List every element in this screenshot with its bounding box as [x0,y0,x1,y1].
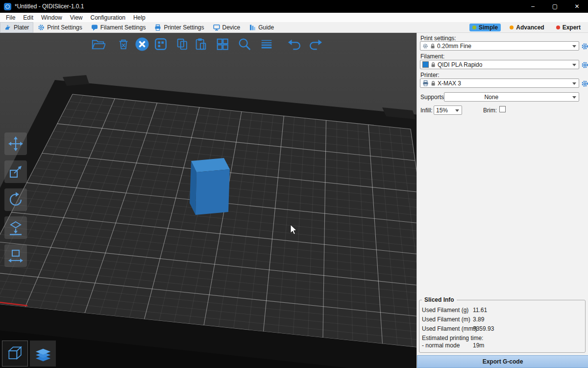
tabbar: Plater Print Settings Filament Settings … [0,22,588,33]
chevron-down-icon [572,82,576,87]
lock-icon [431,62,436,68]
menu-view[interactable]: View [66,13,87,22]
model-cube[interactable] [190,158,230,215]
printer-value: X-MAX 3 [438,80,461,87]
menu-file[interactable]: File [2,13,19,22]
printer-gear-button[interactable] [581,79,588,87]
export-gcode-button[interactable]: Export G-code [417,355,588,368]
chevron-down-icon [572,96,576,101]
tab-device[interactable]: Device [209,22,245,33]
mode-advanced[interactable]: Advanced [507,24,547,31]
infill-select[interactable]: 15% [434,105,462,115]
printer-label: Printer: [420,72,440,79]
printer-select[interactable]: X-MAX 3 [420,79,579,88]
arrange-icon [153,37,168,52]
menu-help[interactable]: Help [129,13,149,22]
tab-guide[interactable]: Guide [245,22,278,33]
maximize-button[interactable]: ▢ [544,0,566,13]
simple-mode-dot-icon [472,26,476,29]
sliced-info-row: - normal mode 19m [417,342,588,350]
used-filament-m-value: 3.89 [473,316,484,323]
scale-icon [8,164,24,180]
print-settings-select[interactable]: 0.20mm Fine [420,41,579,51]
rotate-icon [8,192,24,208]
window-title: *Untitled - QIDISlicer-1.0.1 [15,3,84,10]
preview-view-button[interactable] [30,341,56,367]
undo-icon [288,37,302,52]
paste-icon [194,37,208,52]
gear-icon [581,61,588,69]
app-logo-icon [4,3,11,10]
print-settings-gear-button[interactable] [581,42,588,50]
normal-mode-value: 19m [473,342,484,349]
infill-label: Infill: [420,107,433,114]
place-on-face-icon [8,220,24,236]
minimize-button[interactable]: – [522,0,544,13]
scale-tool-button[interactable] [4,160,27,183]
supports-value: None [484,94,498,101]
mode-simple[interactable]: Simple [469,24,501,31]
supports-select[interactable]: None [444,92,579,102]
tab-guide-label: Guide [258,24,274,31]
arrange-button[interactable] [152,36,169,53]
advanced-mode-dot-icon [510,26,514,29]
lock-icon [430,43,435,49]
viewport-3d[interactable] [0,33,416,368]
search-button[interactable] [236,36,253,53]
tab-printer-settings[interactable]: Printer Settings [150,22,208,33]
filament-gear-button[interactable] [581,61,588,69]
preview-layers-view-icon [32,343,54,365]
filament-settings-icon [91,24,98,31]
copy-button[interactable] [174,36,191,53]
menu-window[interactable]: Window [37,13,66,22]
infill-value: 15% [436,107,448,114]
sidebar: Print settings: 0.20mm Fine Filament: [416,33,588,368]
open-icon [91,37,105,52]
rotate-tool-button[interactable] [4,188,27,211]
used-filament-m-label: Used Filament (m) [422,316,470,323]
move-tool-button[interactable] [4,132,27,155]
delete-all-button[interactable] [134,36,150,53]
measure-icon [8,248,24,263]
editor-view-button[interactable] [2,341,28,367]
tab-print-settings[interactable]: Print Settings [33,22,86,33]
window-controls: – ▢ ✕ [522,0,588,13]
tab-device-label: Device [222,24,241,31]
chevron-down-icon [455,109,459,114]
tab-plater[interactable]: Plater [0,22,33,33]
split-to-parts-icon [215,37,230,52]
printer-icon [422,80,429,86]
filament-label: Filament: [420,53,444,60]
print-settings-label: Print settings: [420,35,456,42]
move-icon [8,136,24,152]
place-on-face-tool-button[interactable] [4,216,27,239]
tab-filament-settings[interactable]: Filament Settings [87,22,150,33]
mode-expert[interactable]: Expert [553,24,584,31]
chevron-down-icon [572,45,576,50]
close-button[interactable]: ✕ [566,0,588,13]
titlebar: *Untitled - QIDISlicer-1.0.1 – ▢ ✕ [0,0,588,13]
filament-select[interactable]: QIDI PLA Rapido [420,60,579,69]
brim-checkbox[interactable] [499,106,506,112]
sliced-info-row: Used Filament (g) 11.61 [417,307,588,315]
normal-mode-label: - normal mode [422,342,460,349]
menu-configuration[interactable]: Configuration [87,13,129,22]
filament-color-swatch [422,61,429,68]
delete-button[interactable] [115,36,132,53]
variable-layer-height-icon [259,37,274,52]
sliced-info-title: Sliced Info [422,296,457,303]
open-button[interactable] [90,36,106,53]
delete-icon [116,37,131,52]
sliced-info-row: Used Filament (m) 3.89 [417,316,588,324]
redo-button[interactable] [307,36,323,53]
print-settings-icon [38,24,45,31]
split-button[interactable] [214,36,231,53]
printer-settings-icon [154,24,161,31]
paste-button[interactable] [193,36,209,53]
used-filament-mm3-value: 9359.93 [473,325,494,332]
undo-button[interactable] [287,36,303,53]
copy-icon [175,37,190,52]
variable-layer-height-button[interactable] [258,36,275,53]
menu-edit[interactable]: Edit [19,13,37,22]
measure-tool-button[interactable] [4,244,27,267]
